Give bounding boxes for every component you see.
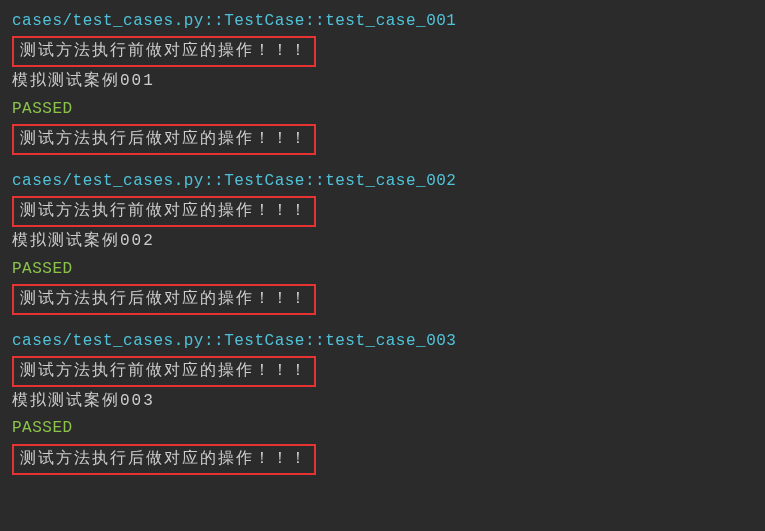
- test-block: cases/test_cases.py::TestCase::test_case…: [12, 328, 753, 476]
- test-case-message: 模拟测试案例001: [12, 68, 753, 95]
- setup-message-highlight: 测试方法执行前做对应的操作！！！: [12, 356, 316, 387]
- test-path: cases/test_cases.py::TestCase::test_case…: [12, 328, 753, 355]
- test-status: PASSED: [12, 256, 753, 283]
- test-status: PASSED: [12, 96, 753, 123]
- test-case-message: 模拟测试案例002: [12, 228, 753, 255]
- test-case-message: 模拟测试案例003: [12, 388, 753, 415]
- teardown-message-highlight: 测试方法执行后做对应的操作！！！: [12, 284, 316, 315]
- terminal-output: cases/test_cases.py::TestCase::test_case…: [12, 8, 753, 476]
- test-block: cases/test_cases.py::TestCase::test_case…: [12, 8, 753, 156]
- teardown-message-highlight: 测试方法执行后做对应的操作！！！: [12, 444, 316, 475]
- test-path: cases/test_cases.py::TestCase::test_case…: [12, 168, 753, 195]
- test-path: cases/test_cases.py::TestCase::test_case…: [12, 8, 753, 35]
- test-status: PASSED: [12, 415, 753, 442]
- test-block: cases/test_cases.py::TestCase::test_case…: [12, 168, 753, 316]
- setup-message-highlight: 测试方法执行前做对应的操作！！！: [12, 36, 316, 67]
- teardown-message-highlight: 测试方法执行后做对应的操作！！！: [12, 124, 316, 155]
- setup-message-highlight: 测试方法执行前做对应的操作！！！: [12, 196, 316, 227]
